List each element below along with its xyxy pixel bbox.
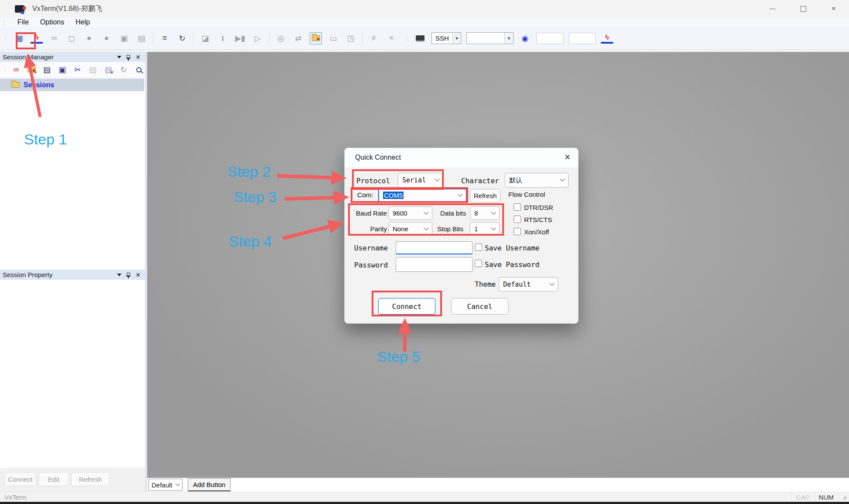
copy-icon[interactable]: ▣ [118, 32, 130, 45]
step-2-label: Step 2 [228, 163, 270, 180]
session-manager-footer: Connect Edit Refresh [0, 468, 145, 492]
dialog-close-icon[interactable]: × [565, 151, 570, 163]
cut-icon[interactable]: ✂ [71, 64, 83, 76]
toolbar-separator [362, 33, 362, 44]
new-window-icon[interactable]: ▭ [327, 32, 339, 45]
link-icon[interactable]: ∞ [10, 64, 22, 76]
log-icon[interactable]: ≡ [159, 32, 171, 45]
record-icon[interactable]: ● [83, 32, 95, 45]
folder-icon [11, 82, 20, 88]
connect-button[interactable]: Connect [4, 472, 36, 486]
theme-select[interactable]: Default [499, 277, 558, 291]
find-icon[interactable] [133, 64, 145, 76]
sessions-tree-root[interactable]: Sessions [0, 79, 144, 91]
flow-control-label: Flow Control [508, 191, 545, 198]
clear-icon[interactable]: × [385, 32, 397, 45]
cancel-button[interactable]: Cancel [451, 298, 508, 315]
save-username-label: Save Username [485, 244, 539, 252]
step-4-label: Step 4 [229, 233, 272, 250]
delete-icon[interactable]: ▤× [102, 64, 114, 76]
annotation-box-step4 [348, 203, 504, 236]
chevron-down-icon [175, 481, 180, 486]
swap-vertical-icon[interactable]: ↕ [217, 32, 229, 45]
chevron-down-icon [560, 177, 565, 182]
refresh-icon[interactable]: ↻ [176, 32, 188, 45]
toolbar-field-1[interactable] [536, 33, 563, 44]
close-button[interactable]: × [818, 0, 849, 17]
edit-button[interactable]: Edit [38, 472, 69, 486]
session-manager-title: Session Manager [3, 53, 54, 61]
dtr-dsr-checkbox[interactable] [514, 203, 521, 211]
clone-icon[interactable]: ◻ [66, 32, 78, 45]
window-title: VxTerm(V1.68)-郑鹏飞 [32, 4, 102, 14]
font-icon[interactable]: ≠ [368, 32, 380, 45]
paste-icon[interactable]: ▤ [87, 64, 99, 76]
password-input[interactable] [396, 257, 473, 272]
resize-grip[interactable]: ◢ [838, 494, 849, 500]
character-select[interactable]: 默认 [505, 173, 569, 188]
pin-icon[interactable] [127, 55, 130, 59]
toolbar-separator [269, 33, 269, 44]
refresh-icon[interactable]: ↻ [117, 64, 130, 76]
add-session-icon[interactable]: + [25, 64, 38, 76]
session-property-header: Session Property ✕ [0, 270, 145, 280]
go-icon[interactable]: ϟ [601, 33, 613, 44]
panel-toolbar-grip: ⋮ [2, 66, 7, 73]
default-select[interactable]: Default [148, 479, 183, 491]
annotation-box-step1 [16, 32, 36, 49]
step-3-label: Step 3 [234, 189, 276, 206]
link-icon[interactable]: ∞ [48, 32, 60, 45]
chevron-down-icon[interactable] [117, 274, 121, 276]
menu-bar: ⋮ File Options Help [0, 17, 849, 27]
refresh-button[interactable]: Refresh [71, 472, 110, 486]
minimize-button[interactable] [757, 0, 788, 17]
play-pause-icon[interactable]: ▶▮ [234, 32, 246, 45]
status-app-name: VxTerm [4, 494, 27, 501]
protocol-select[interactable]: SSH ▼ [431, 32, 461, 44]
chevron-down-icon[interactable]: ▼ [504, 33, 513, 44]
transfer-icon[interactable]: ⇄ [292, 32, 304, 45]
chevron-down-icon [549, 281, 554, 285]
menu-file[interactable]: File [17, 18, 29, 26]
dtr-dsr-label: DTR/DSR [524, 204, 553, 211]
target-icon[interactable]: ◉ [519, 32, 531, 45]
toolbar-field-2[interactable] [569, 33, 596, 44]
rts-cts-checkbox[interactable] [514, 216, 521, 223]
chevron-down-icon[interactable] [117, 56, 121, 58]
save-password-checkbox[interactable] [475, 260, 482, 267]
toolbar-separator [153, 33, 153, 44]
xon-xoff-checkbox[interactable] [514, 228, 521, 235]
refresh-button[interactable]: Refresh [470, 189, 500, 202]
copy-icon[interactable]: ▣ [56, 64, 68, 76]
username-input[interactable] [396, 241, 473, 254]
step-1-label: Step 1 [24, 131, 67, 148]
chevron-down-icon[interactable]: ▼ [452, 33, 461, 44]
maximize-button[interactable] [788, 0, 818, 17]
save-username-checkbox[interactable] [475, 243, 482, 251]
stop-icon[interactable]: ● [100, 32, 113, 45]
scan-icon[interactable]: ◎ [275, 32, 287, 45]
close-icon[interactable]: ✕ [135, 272, 141, 278]
add-button[interactable]: Add Button [188, 478, 231, 491]
dialog-title: Quick Connect [355, 154, 401, 161]
xon-xoff-label: Xon/Xoff [524, 228, 549, 236]
folder-open-icon[interactable] [310, 32, 322, 45]
session-manager-header: Session Manager ✕ [0, 52, 145, 62]
tools-icon[interactable]: ◪ [199, 32, 211, 45]
title-bar: VxTerm(V1.68)-郑鹏飞 × [0, 0, 849, 17]
step-5-label: Step 5 [377, 348, 420, 365]
run-icon[interactable]: ▷ [252, 32, 264, 45]
menu-options[interactable]: Options [40, 18, 64, 26]
paste-icon[interactable]: ▤ [135, 32, 148, 45]
app-icon [15, 5, 24, 13]
annotation-box-step5 [372, 291, 442, 316]
close-icon[interactable]: ✕ [135, 54, 141, 60]
popout-icon[interactable]: ◳ [345, 32, 357, 45]
pin-icon[interactable] [127, 273, 130, 277]
toolbar-grip: ⋮ [3, 35, 8, 41]
list-view-icon[interactable]: ▤ [41, 64, 53, 76]
host-select[interactable]: ▼ [466, 32, 514, 44]
menu-help[interactable]: Help [76, 18, 90, 26]
username-label: Username [354, 244, 388, 252]
monitor-icon[interactable] [414, 32, 426, 45]
